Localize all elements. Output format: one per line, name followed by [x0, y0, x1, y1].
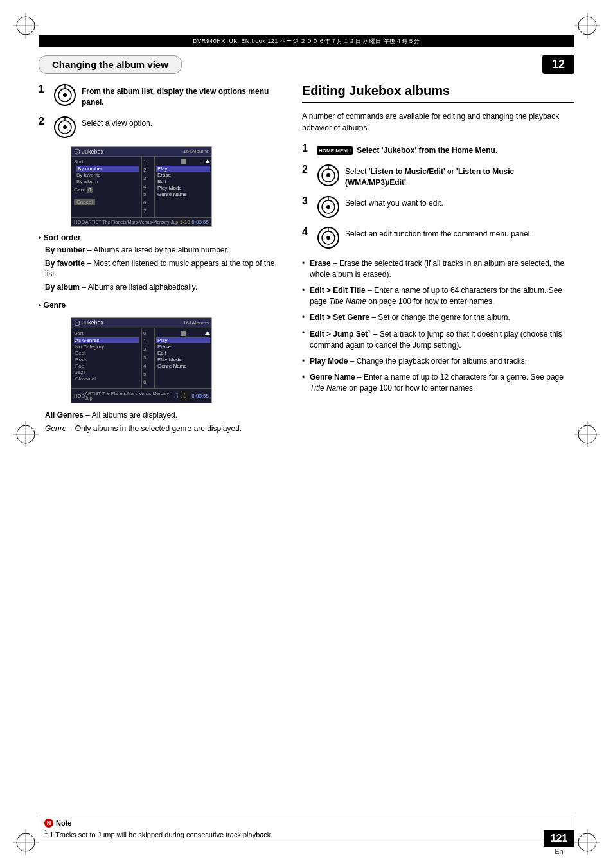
step-2-item: 2 Select a view option. [39, 116, 283, 139]
menu-play: Play [156, 166, 210, 172]
reg-mark-top-right [574, 13, 600, 39]
all-genres-bullet: All Genres – All albums are displayed. [45, 410, 283, 421]
right-step-2: 2 Select 'Listen to Music/Edit' or 'List… [302, 164, 574, 188]
screenshot-2-numbers: 0 1 2 3 4 5 6 [142, 328, 155, 389]
reg-mark-top-left [13, 13, 39, 39]
footer-artist: ARTIST The Planets/Mars-Venus-Mercury-Ju… [85, 220, 178, 224]
sort-label: Sort [74, 159, 84, 164]
right-column: Editing Jukebox albums A number of comma… [302, 84, 574, 442]
menu2-edit: Edit [156, 350, 210, 356]
right-step-2-dial-icon [317, 164, 340, 187]
section-title-box: Changing the album view [39, 55, 182, 74]
genre-pop: Pop [74, 363, 139, 369]
note-heading: Note [56, 819, 71, 827]
screenshot-1-numbers: 1 2 3 4 5 6 7 [142, 157, 155, 217]
sort-by-number-bullet: By number – Albums are listed by the alb… [45, 245, 283, 256]
screenshot-1-left-panel: Sort By number By favorite By album Gen:… [71, 157, 142, 217]
menu2-genre-name: Genre Name [156, 363, 210, 369]
screenshot-1-header: ♪ Jukebox 164Albums [71, 147, 211, 157]
genre-all: All Genres [74, 337, 139, 343]
screenshot-1-title: ♪ Jukebox [74, 148, 103, 155]
screenshot-1-body: Sort By number By favorite By album Gen:… [71, 157, 211, 217]
menu-play-mode: Play Mode [156, 185, 210, 191]
right-step-3: 3 Select what you want to edit. [302, 195, 574, 218]
note-icon: N [44, 819, 53, 828]
footer-time: 0:03:55 [191, 219, 209, 225]
screenshot-2-title-text: Jukebox [82, 319, 104, 326]
sort-order-section: Sort order By number – Albums are listed… [39, 233, 283, 293]
genre-label: Gen: [74, 187, 85, 193]
svg-point-20 [63, 93, 67, 97]
two-col-layout: 1 From the album list, display the view … [39, 84, 574, 442]
sort-by-number: By number [76, 166, 139, 172]
screenshot-2-left-panel: Sort All Genres No Category Beat Rock Po… [71, 328, 142, 389]
intro-text: A number of commands are available for e… [302, 111, 574, 134]
scroll-arrow-up [205, 158, 210, 164]
step-1-text: From the album list, display the view op… [82, 84, 283, 108]
scroll-arrow-up-2 [205, 330, 210, 336]
reg-mark-bottom-left [13, 829, 39, 855]
screenshot-2: Jukebox 164Albums Sort All Genres No Cat… [71, 317, 283, 403]
screenshot-2-count: 164Albums [183, 320, 209, 326]
num-list-2: 0 1 2 3 4 5 6 [143, 330, 153, 387]
right-step-1-number: 1 [302, 143, 312, 154]
footer2-icon: 🎵 [173, 393, 179, 398]
footer-range: 1-10 [179, 219, 191, 225]
right-step-1-text: HOME MENU Select 'Jukebox' from the Home… [317, 143, 497, 156]
genre-row: Gen: 0 [74, 187, 139, 193]
home-menu-badge: HOME MENU [317, 146, 353, 155]
screenshot-1-count: 164Albums [183, 148, 209, 154]
right-section-heading: Editing Jukebox albums [302, 84, 574, 103]
svg-point-31 [326, 173, 330, 177]
chapter-badge: 12 [542, 55, 574, 74]
page-number-badge: 121 [544, 830, 574, 847]
note-box: N Note 1 1 Tracks set to Jump will be sk… [39, 815, 574, 842]
main-content: Changing the album view 12 1 From th [39, 55, 574, 817]
step-1-dial-icon [53, 84, 76, 107]
right-step-2-text: Select 'Listen to Music/Edit' or 'Listen… [345, 164, 574, 188]
genre-jazz: Jazz [74, 369, 139, 375]
thumb-indicator-2 [181, 331, 186, 336]
step-2-text: Select a view option. [82, 116, 152, 129]
thumb-indicator [181, 159, 186, 164]
right-step-2-number: 2 [302, 164, 312, 175]
footer2-range: 1-10 [179, 390, 191, 402]
screenshot-1: ♪ Jukebox 164Albums Sort By [71, 146, 283, 227]
bullet-jump-set: Edit > Jump Set1 – Set a track to jump s… [302, 328, 574, 351]
bullet-erase: Erase – Erase the selected track (if all… [302, 258, 574, 280]
page-lang: En [555, 847, 563, 855]
bullet-set-genre: Edit > Set Genre – Set or change the gen… [302, 312, 574, 323]
bullet-play-mode: Play Mode – Change the playback order fo… [302, 356, 574, 367]
menu-genre-name: Genre Name [156, 191, 210, 197]
number-list: 1 2 3 4 5 6 7 [143, 158, 153, 216]
reg-mark-bottom-right [574, 829, 600, 855]
reg-mark-mid-left [13, 421, 39, 447]
footer2-artist: ARTIST The Planets/Mars-Venus-Mercury-Ju… [85, 391, 173, 400]
genre-bullets-section: All Genres – All albums are displayed. G… [39, 410, 283, 434]
genre-beat: Beat [74, 350, 139, 356]
reg-mark-mid-right [574, 421, 600, 447]
footer-hdd: HDD [74, 219, 85, 225]
right-step-3-dial-icon [317, 195, 340, 218]
sort-row: Sort [74, 159, 139, 164]
menu-erase: Erase [156, 172, 210, 178]
section-title: Changing the album view [52, 59, 168, 70]
screenshot-2-title: Jukebox [74, 319, 103, 326]
menu2-play: Play [156, 337, 210, 343]
sort-order-heading: Sort order [39, 233, 283, 242]
left-column: 1 From the album list, display the view … [39, 84, 283, 442]
right-step-1: 1 HOME MENU Select 'Jukebox' from the Ho… [302, 143, 574, 156]
menu2-erase: Erase [156, 344, 210, 350]
genre-heading: Genre [39, 301, 283, 310]
screenshot-2-body: Sort All Genres No Category Beat Rock Po… [71, 328, 211, 389]
genre-filter-bullet: Genre – Only albums in the selected genr… [45, 423, 283, 434]
screenshot-2-menu: Play Erase Edit Play Mode Genre Name [155, 328, 211, 389]
step-1-number: 1 [39, 84, 48, 95]
right-step-3-text: Select what you want to edit. [345, 195, 443, 209]
screenshot-box-1: ♪ Jukebox 164Albums Sort By [71, 146, 212, 227]
right-step-4-text: Select an edit function from the command… [345, 226, 532, 240]
svg-point-24 [63, 125, 67, 129]
header-strip-text: DVR940HX_UK_EN.book 121 ページ ２００６年７月１２日 水… [193, 37, 420, 46]
cancel-button[interactable]: Cancel [74, 199, 95, 205]
right-step-4-dial-icon [317, 226, 340, 249]
